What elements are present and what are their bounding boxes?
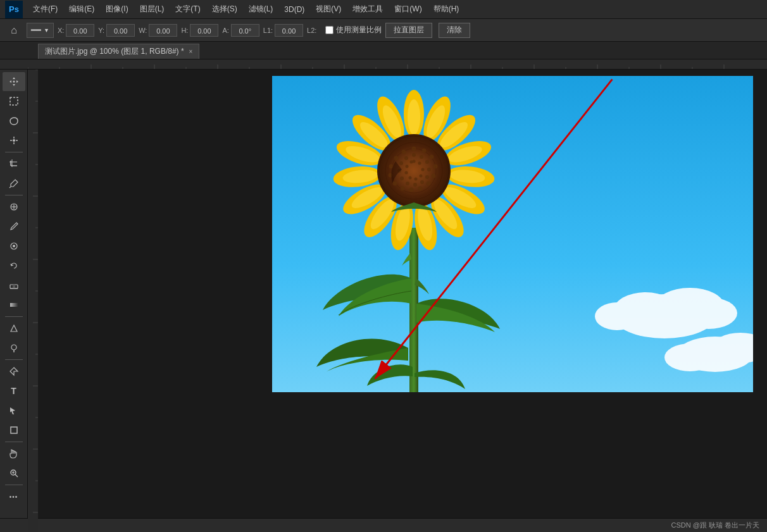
ps-logo: Ps: [5, 1, 23, 18]
y-value[interactable]: 0.00: [106, 24, 135, 37]
more-tools-icon: •••: [9, 493, 18, 500]
zoom-tool[interactable]: [3, 464, 25, 483]
svg-point-119: [409, 188, 414, 192]
l1-value[interactable]: 0.00: [275, 24, 303, 37]
l2-label: L2:: [307, 27, 316, 34]
measurement-ratio-checkbox-area: 使用测量比例: [325, 25, 382, 35]
tool-separator-3: [5, 316, 23, 317]
h-label: H:: [181, 27, 188, 34]
eraser-tool[interactable]: [3, 276, 25, 295]
menu-image[interactable]: 图像(I): [101, 3, 133, 16]
clone-stamp-tool[interactable]: [3, 237, 25, 256]
options-bar: ⌂ ━━ ▼ X: 0.00 Y: 0.00 W: 0.00 H: 0.00 A…: [0, 19, 767, 42]
menu-3d[interactable]: 3D(D): [279, 4, 309, 15]
w-label: W:: [139, 27, 147, 34]
svg-point-116: [432, 174, 436, 178]
measurement-ratio-checkbox[interactable]: [325, 26, 334, 34]
svg-point-72: [680, 297, 737, 329]
path-selection-tool[interactable]: [3, 401, 25, 420]
svg-rect-42: [13, 285, 15, 288]
gradient-tool[interactable]: [3, 295, 25, 314]
eyedropper-tool[interactable]: [3, 174, 25, 193]
svg-point-142: [415, 178, 418, 181]
svg-point-45: [11, 345, 16, 350]
dodge-tool[interactable]: [3, 338, 25, 357]
svg-point-133: [406, 182, 409, 185]
more-tools-button[interactable]: •••: [3, 487, 25, 506]
svg-rect-0: [28, 59, 767, 70]
w-value[interactable]: 0.00: [149, 24, 177, 37]
x-field: X: 0.00: [58, 24, 94, 37]
h-value[interactable]: 0.00: [190, 24, 218, 37]
w-field: W: 0.00: [139, 24, 177, 37]
tool-separator-1: [5, 152, 23, 152]
file-tab[interactable]: 测试图片.jpg @ 100% (图层 1, RGB/8#) * ×: [38, 44, 199, 59]
a-value[interactable]: 0.0°: [231, 24, 259, 37]
healing-brush-tool[interactable]: [3, 197, 25, 216]
svg-point-129: [427, 168, 431, 171]
pen-tool[interactable]: [3, 362, 25, 381]
svg-rect-44: [10, 303, 18, 307]
brush-tool[interactable]: [3, 217, 25, 236]
menu-plugins[interactable]: 增效工具: [347, 3, 388, 16]
history-brush-tool[interactable]: [3, 256, 25, 275]
svg-point-114: [430, 155, 434, 159]
toolbox: T •••: [0, 70, 28, 532]
svg-point-124: [394, 156, 399, 161]
svg-point-108: [377, 134, 451, 207]
menu-text[interactable]: 文字(T): [170, 3, 205, 16]
svg-point-76: [664, 343, 715, 371]
ruler-dropdown-arrow: ▼: [44, 27, 49, 34]
menu-edit[interactable]: 编辑(E): [64, 3, 99, 16]
menu-file[interactable]: 文件(F): [28, 3, 63, 16]
svg-point-134: [400, 176, 404, 180]
svg-point-137: [404, 156, 408, 160]
watermark-text: CSDN @跟 耿瑞 卷出一片天: [671, 521, 759, 530]
svg-point-130: [425, 175, 429, 179]
rect-marquee-tool[interactable]: [3, 92, 25, 111]
tab-close-button[interactable]: ×: [189, 48, 193, 55]
clear-button[interactable]: 清除: [439, 23, 470, 38]
lasso-tool[interactable]: [3, 111, 25, 130]
move-tool[interactable]: [3, 72, 25, 91]
hand-tool[interactable]: [3, 444, 25, 463]
ruler-tool-selector[interactable]: ━━ ▼: [27, 23, 54, 38]
crop-tool[interactable]: [3, 154, 25, 173]
svg-point-121: [393, 182, 397, 186]
svg-point-141: [420, 175, 423, 178]
svg-point-146: [410, 161, 413, 164]
svg-point-112: [412, 147, 416, 151]
straighten-layer-button[interactable]: 拉直图层: [385, 23, 432, 38]
menu-filter[interactable]: 滤镜(L): [244, 3, 278, 16]
blur-tool[interactable]: [3, 319, 25, 338]
y-label: Y:: [98, 27, 104, 34]
menu-window[interactable]: 窗口(W): [389, 3, 427, 16]
l1-field: L1: 0.00: [263, 24, 303, 37]
menu-select[interactable]: 选择(S): [207, 3, 242, 16]
menu-bar: Ps 文件(F) 编辑(E) 图像(I) 图层(L) 文字(T) 选择(S) 滤…: [0, 0, 767, 19]
svg-point-117: [427, 182, 431, 186]
svg-point-73: [595, 302, 639, 330]
svg-point-145: [406, 165, 409, 168]
canvas-content[interactable]: [38, 70, 767, 532]
image-frame: [272, 76, 753, 392]
menu-help[interactable]: 帮助(H): [428, 3, 465, 16]
menu-layer[interactable]: 图层(L): [135, 3, 170, 16]
svg-line-35: [9, 187, 11, 188]
svg-point-143: [409, 176, 412, 180]
h-field: H: 0.00: [181, 24, 218, 37]
shape-tool[interactable]: [3, 421, 25, 440]
magic-wand-tool[interactable]: [3, 131, 25, 150]
menu-view[interactable]: 视图(V): [311, 3, 346, 16]
svg-line-49: [15, 474, 18, 477]
svg-point-144: [405, 171, 408, 175]
home-button[interactable]: ⌂: [5, 22, 23, 39]
svg-point-132: [413, 183, 417, 187]
svg-point-30: [13, 139, 15, 142]
canvas-area[interactable]: [28, 70, 767, 532]
status-bar: CSDN @跟 耿瑞 卷出一片天: [0, 518, 767, 532]
svg-point-40: [13, 245, 15, 247]
x-value[interactable]: 0.00: [66, 24, 94, 37]
svg-rect-52: [28, 70, 38, 532]
text-tool[interactable]: T: [3, 381, 25, 400]
